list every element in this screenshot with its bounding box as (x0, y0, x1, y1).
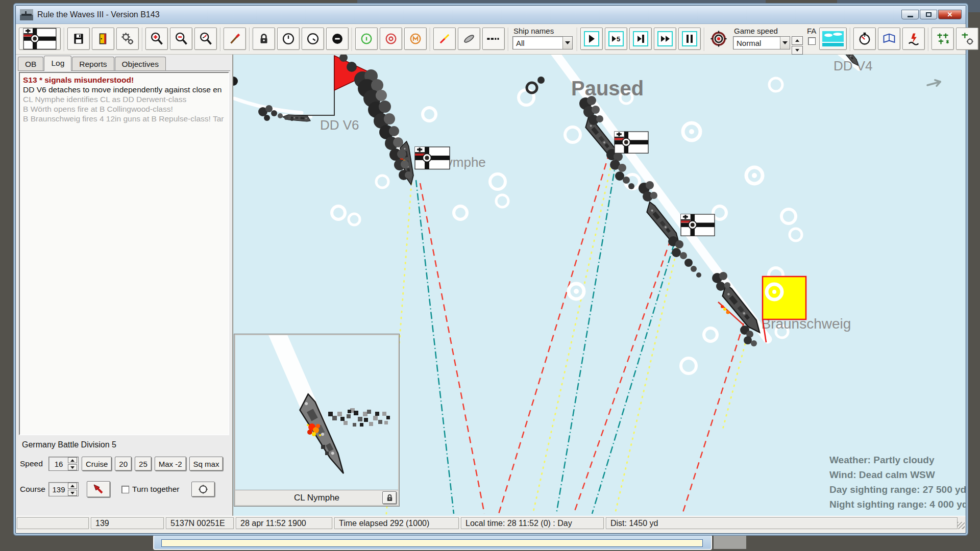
paused-indicator: Paused (571, 77, 644, 99)
gun-target-button[interactable] (707, 28, 730, 50)
tab-log[interactable]: Log (44, 56, 71, 71)
dropdown-arrow-icon[interactable] (780, 37, 790, 49)
settings-gear-icon (120, 32, 135, 46)
background-window-bar (153, 535, 712, 550)
game-speed-value: Normal (733, 37, 780, 49)
weather-panel: Weather: Partly cloudy Wind: Dead calm W… (829, 453, 966, 512)
compass-icon (198, 484, 209, 495)
stopwatch-button[interactable] (853, 28, 876, 50)
status-cell-course: 139 (91, 517, 164, 529)
play-button[interactable] (580, 28, 603, 50)
game-speed-group: Game speed Normal (732, 28, 804, 55)
pause-button[interactable] (678, 28, 701, 50)
turn-together-checkbox[interactable] (121, 486, 129, 493)
log-book-button[interactable] (878, 28, 900, 50)
selection-box[interactable] (763, 277, 806, 342)
draw-brush-icon (228, 32, 241, 45)
zoom-reset-button[interactable] (194, 28, 217, 50)
log-list[interactable]: S13 * signals misunderstood! DD V6 detac… (19, 72, 229, 435)
play-fast-button[interactable] (654, 28, 676, 50)
air-ops-button[interactable] (956, 28, 978, 50)
log-line: B Braunschweig fires 4 12in guns at B Re… (21, 114, 227, 123)
save-button[interactable] (67, 28, 90, 50)
speed-down-button[interactable] (68, 464, 77, 470)
damage-report-button[interactable] (902, 28, 925, 50)
play-5-button[interactable]: 5 (605, 28, 627, 50)
night-sighting-line: Night sighting range: 4 000 yds (829, 497, 966, 512)
formation-button[interactable] (191, 482, 215, 497)
tab-reports[interactable]: Reports (72, 57, 114, 70)
wind-line: Wind: Dead calm WSW (829, 467, 966, 482)
red-target-ring-icon (384, 32, 398, 46)
exit-door-button[interactable] (92, 28, 114, 50)
speed-20-button[interactable]: 20 (115, 457, 132, 471)
target-ring-button[interactable] (380, 28, 402, 50)
dropdown-arrow-icon[interactable] (562, 37, 572, 49)
course-down-button[interactable] (68, 490, 77, 496)
dark-lens-button[interactable] (326, 28, 349, 50)
minimize-icon (908, 16, 913, 17)
lock-button[interactable] (253, 28, 275, 50)
orange-m-ring-icon (408, 32, 423, 46)
fa-label: FA (807, 27, 816, 35)
tactical-map[interactable]: DD V6 Nymphe B Braunschweig DD V4 (233, 55, 966, 516)
shell-tracer-button[interactable] (433, 28, 456, 50)
clock-step-button[interactable] (302, 28, 324, 50)
inset-ship-cl-nymphe (295, 393, 351, 478)
fa-group: FA (806, 28, 817, 45)
close-button[interactable]: ✕ (938, 10, 962, 19)
fa-checkbox[interactable] (808, 37, 816, 45)
clock-realtime-button[interactable] (277, 28, 300, 50)
damage-report-icon (906, 32, 921, 46)
save-icon (72, 32, 85, 45)
ship-names-select[interactable]: All (512, 36, 573, 49)
pause-icon (682, 31, 697, 46)
speed-value[interactable]: 16 (50, 460, 67, 468)
ship-names-label: Ship names (513, 27, 573, 35)
speed-sqmax-button[interactable]: Sq max (189, 457, 224, 471)
set-course-button[interactable] (87, 481, 110, 497)
zoom-in-button[interactable] (145, 28, 168, 50)
turn-together-label: Turn together (132, 485, 179, 494)
ship-inset-view[interactable]: CL Nymphe (234, 334, 399, 506)
speed-up-button[interactable] (792, 36, 803, 45)
ensign-worth (615, 132, 648, 153)
app-window: Rule the Waves III - Version B143 ✕ (15, 5, 966, 534)
tab-bar: OB Log Reports Objectives (18, 56, 230, 71)
log-line: B Wörth opens fire at B Collingwood-clas… (21, 104, 227, 114)
air-formation-button[interactable] (932, 28, 954, 50)
inset-lock-button[interactable] (382, 491, 397, 504)
resize-grip[interactable] (958, 522, 965, 529)
speed-25-button[interactable]: 25 (135, 457, 152, 471)
wind-arrow-icon (926, 79, 941, 88)
interval-marker-button[interactable] (355, 28, 378, 50)
speed-cruise-button[interactable]: Cruise (82, 457, 112, 471)
speed-row: Speed 16 Cruise 20 25 Max -2 Sq max (20, 457, 223, 471)
speed-up-button[interactable] (68, 457, 77, 463)
torpedo-button[interactable] (458, 28, 480, 50)
speed-down-button[interactable] (792, 46, 803, 55)
status-cell-elapsed: Time elapsed 292 (1000) (334, 517, 459, 529)
maximize-button[interactable] (920, 10, 937, 19)
play-step-button[interactable] (629, 28, 652, 50)
course-value[interactable]: 139 (50, 485, 67, 494)
minimize-button[interactable] (901, 10, 919, 19)
ensign-battleship-2 (681, 214, 715, 236)
german-ensign-button[interactable] (19, 28, 61, 50)
draw-brush-button[interactable] (224, 28, 246, 50)
speed-max2-button[interactable]: Max -2 (155, 457, 186, 471)
zoom-out-button[interactable] (170, 28, 192, 50)
m-marker-button[interactable] (404, 28, 427, 50)
weather-line: Weather: Partly cloudy (829, 453, 966, 467)
tab-ob[interactable]: OB (18, 57, 43, 70)
course-up-button[interactable] (68, 483, 77, 489)
left-panel: OB Log Reports Objectives S13 * signals … (16, 55, 233, 516)
dash-dots-button[interactable] (482, 28, 505, 50)
speed-stepper[interactable]: 16 (48, 457, 79, 471)
game-speed-select[interactable]: Normal (733, 36, 790, 49)
tab-objectives[interactable]: Objectives (115, 57, 166, 70)
course-stepper[interactable]: 139 (48, 482, 79, 496)
air-formation-icon (935, 32, 950, 46)
settings-gear-button[interactable] (116, 28, 139, 50)
sky-view-button[interactable] (819, 28, 847, 50)
